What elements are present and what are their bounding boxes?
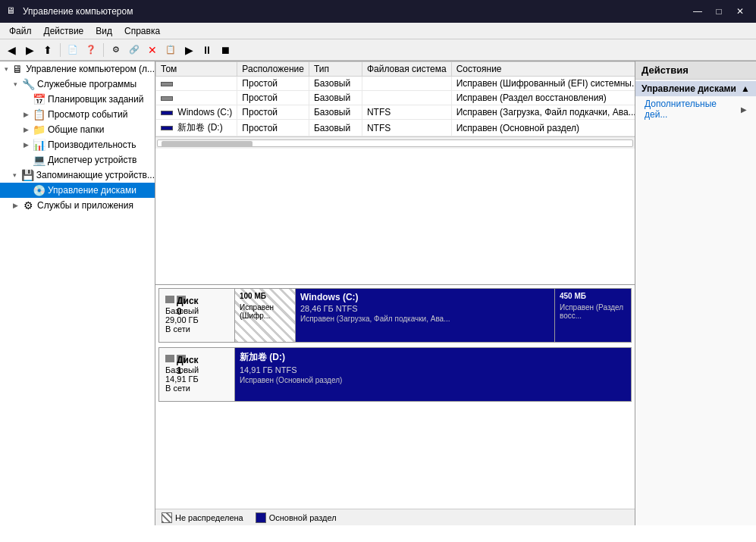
tree-item-service-programs[interactable]: ▾ 🔧 Служебные программы: [0, 77, 155, 92]
disk-1-name: Диск 1: [165, 352, 228, 363]
cell-state-2: Исправен (Загрузка, Файл подкачки, Ава..…: [451, 105, 635, 120]
menu-file[interactable]: Файл: [3, 24, 38, 38]
toolbar-settings[interactable]: ⚙: [108, 42, 124, 58]
cell-tip-2: Базовый: [309, 105, 362, 120]
tree-root[interactable]: ▾ 🖥 Управление компьютером (л...: [0, 61, 155, 77]
disk-1-block: Диск 1 Базовый 14,91 ГБ В сети 新加卷 (D:) …: [158, 347, 632, 402]
toolbar-play[interactable]: ▶: [180, 42, 197, 58]
menu-help[interactable]: Справка: [118, 24, 166, 38]
table-area[interactable]: Том Расположение Тип Файловая система Со…: [155, 61, 635, 285]
tree-item-shared-label: Общие папки: [48, 124, 104, 135]
disk-0-win-label: Windows (C:): [300, 292, 550, 302]
disk-1-type: Базовый: [165, 365, 228, 374]
tree-icon-services: ⚙: [21, 199, 35, 211]
disk-0-status: В сети: [165, 324, 228, 334]
actions-link-arrow-0: ▶: [741, 105, 747, 114]
cell-state-3: Исправен (Основной раздел): [451, 120, 635, 136]
cell-tip-0: Базовый: [309, 77, 362, 91]
tree-expand-service: ▾: [9, 80, 21, 88]
tree-item-scheduler[interactable]: ▶ 📅 Планировщик заданий: [0, 92, 155, 107]
toolbar-up[interactable]: ⬆: [39, 42, 56, 58]
window-controls: — □ ✕: [688, 3, 750, 20]
disk-0-efi-status: Исправен (Шифр...: [240, 303, 290, 320]
tree-icon-shared: 📁: [32, 124, 45, 136]
actions-section-0: Управление дисками ▲ Дополнительные дей.…: [635, 80, 756, 124]
tree-icon-scheduler: 📅: [32, 93, 45, 105]
legend-bar: Не распределена Основной раздел: [155, 509, 635, 525]
toolbar-link[interactable]: 🔗: [126, 42, 143, 58]
table-row[interactable]: Простой Базовый Исправен (Раздел восстан…: [156, 91, 635, 105]
tree-item-perf[interactable]: ▶ 📊 Производительность: [0, 137, 155, 152]
disk-0-partition-efi[interactable]: 100 МБ Исправен (Шифр...: [235, 289, 296, 342]
disk-1-partitions: 新加卷 (D:) 14,91 ГБ NTFS Исправен (Основно…: [235, 348, 631, 401]
toolbar-copy[interactable]: 📋: [162, 42, 179, 58]
tree-expand-storage: ▾: [9, 171, 20, 179]
disk-table: Том Расположение Тип Файловая система Со…: [155, 61, 635, 136]
toolbar-forward[interactable]: ▶: [21, 42, 38, 58]
tree-icon-storage: 💾: [20, 169, 33, 181]
toolbar-delete[interactable]: ✕: [144, 42, 161, 58]
tree-icon-service: 🔧: [21, 78, 35, 90]
cell-rasp-2: Простой: [237, 105, 309, 120]
table-row[interactable]: Простой Базовый Исправен (Шифрованный (E…: [156, 77, 635, 91]
tree-item-services[interactable]: ▶ ⚙ Службы и приложения: [0, 198, 155, 213]
tree-item-devmgr[interactable]: ▶ 💻 Диспетчер устройств: [0, 152, 155, 168]
disk-0-partition-windows[interactable]: Windows (C:) 28,46 ГБ NTFS Исправен (Заг…: [296, 289, 555, 342]
disk-0-name: Диск 0: [165, 293, 228, 304]
toolbar-back[interactable]: ◀: [3, 42, 20, 58]
tree-icon-root: 🖥: [12, 63, 24, 75]
disk-0-rec-size: 450 МБ: [560, 292, 626, 300]
minimize-button[interactable]: —: [688, 3, 707, 20]
tree-icon-devmgr: 💻: [32, 154, 45, 166]
tree-item-events[interactable]: ▶ 📋 Просмотр событий: [0, 107, 155, 122]
table-row[interactable]: Windows (C:) Простой Базовый NTFS Исправ…: [156, 105, 635, 120]
disk-area: Диск 0 Базовый 29,00 ГБ В сети 100 МБ Ис…: [155, 285, 635, 509]
legend-unallocated: Не распределена: [162, 512, 243, 523]
cell-state-0: Исправен (Шифрованный (EFI) системны...: [451, 77, 635, 91]
col-tom[interactable]: Том: [156, 62, 237, 77]
legend-label-unallocated: Не распределена: [175, 513, 243, 522]
col-fs[interactable]: Файловая система: [362, 62, 451, 77]
maximize-button[interactable]: □: [709, 3, 729, 20]
tree-item-shared[interactable]: ▶ 📁 Общие папки: [0, 122, 155, 137]
menu-action[interactable]: Действие: [38, 24, 90, 38]
disk-0-info: Диск 0 Базовый 29,00 ГБ В сети: [159, 289, 235, 342]
toolbar-stop[interactable]: ⏹: [217, 42, 234, 58]
disk-1-size: 14,91 ГБ: [165, 374, 228, 384]
tree-icon-diskmgmt: 💿: [32, 184, 45, 196]
disk-0-rec-status: Исправен (Раздел восс...: [560, 303, 626, 320]
cell-state-1: Исправен (Раздел восстановления): [451, 91, 635, 105]
tree-expand-services: ▶: [9, 202, 21, 209]
cell-rasp-1: Простой: [237, 91, 309, 105]
tree-item-diskmgmt[interactable]: ▶ 💿 Управление дисками: [0, 183, 155, 198]
disk-0-block: Диск 0 Базовый 29,00 ГБ В сети 100 МБ Ис…: [158, 288, 632, 343]
tree-item-perf-label: Производительность: [48, 139, 136, 150]
app-icon: 🖥: [6, 5, 18, 17]
col-state[interactable]: Состояние: [451, 62, 635, 77]
disk-1-partition-d[interactable]: 新加卷 (D:) 14,91 ГБ NTFS Исправен (Основно…: [235, 348, 631, 401]
close-button[interactable]: ✕: [730, 3, 750, 20]
tree-item-service-label: Служебные программы: [37, 79, 136, 89]
col-rasp[interactable]: Расположение: [237, 62, 309, 77]
disk-1-info: Диск 1 Базовый 14,91 ГБ В сети: [159, 348, 235, 401]
tree-item-services-label: Службы и приложения: [37, 200, 133, 211]
title-bar: 🖥 Управление компьютером — □ ✕: [0, 0, 756, 23]
toolbar-question[interactable]: ❓: [83, 42, 99, 58]
right-panel: Том Расположение Тип Файловая система Со…: [155, 61, 635, 525]
disk-0-partition-recovery[interactable]: 450 МБ Исправен (Раздел восс...: [555, 289, 631, 342]
col-tip[interactable]: Тип: [309, 62, 362, 77]
disk-0-size: 29,00 ГБ: [165, 315, 228, 324]
toolbar-show-hide[interactable]: 📄: [64, 42, 81, 58]
actions-link-0[interactable]: Дополнительные дей... ▶: [635, 96, 756, 122]
toolbar-pause[interactable]: ⏸: [199, 42, 215, 58]
table-row[interactable]: 新加卷 (D:) Простой Базовый NTFS Исправен (…: [156, 120, 635, 136]
actions-section-header-0[interactable]: Управление дисками ▲: [635, 81, 756, 96]
horizontal-scrollbar[interactable]: [155, 136, 635, 149]
tree-item-storage[interactable]: ▾ 💾 Запоминающие устройств...: [0, 168, 155, 183]
tree-expand-shared: ▶: [20, 126, 32, 133]
tree-icon-events: 📋: [32, 108, 45, 121]
legend-swatch-unallocated: [162, 512, 172, 523]
menu-view[interactable]: Вид: [89, 24, 118, 38]
cell-tom-1: [156, 91, 237, 105]
cell-tom-2: Windows (C:): [156, 105, 237, 120]
